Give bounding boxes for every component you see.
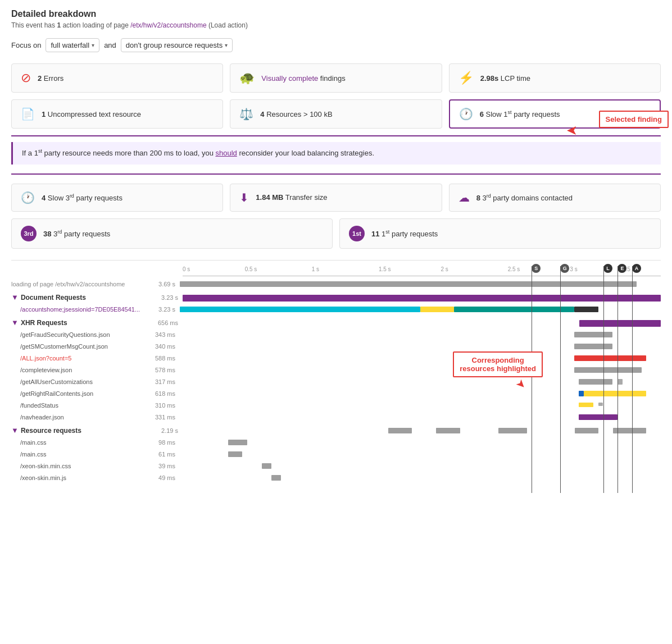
waterfall-ruler: 0 s 0.5 s 1 s 1.5 s 2 s 2.5 s 3 s 3.5 s … — [11, 266, 661, 276]
wf-xhr-rail-time: 618 ms — [149, 390, 180, 397]
findings-row-4: 3rd 38 3rd party requests 1st 11 1st par… — [11, 218, 661, 249]
finding-count: 2 Errors — [38, 74, 63, 83]
finding-first-party-reqs[interactable]: 1st 11 1st party requests — [339, 218, 661, 249]
wf-xhr-funded: /fundedStatus 310 ms — [11, 400, 661, 411]
finding-lcp[interactable]: ⚡ 2.98s LCP time — [449, 63, 661, 93]
cloud-icon: ☁ — [458, 191, 470, 204]
finding-label: Visually complete findings — [261, 74, 345, 83]
error-icon: ⊘ — [21, 71, 31, 85]
wf-xhr-alluser-label[interactable]: /getAllUserCustomizations — [20, 378, 149, 385]
wf-xhr-navheader-label[interactable]: /navheader.json — [20, 414, 149, 421]
findings-row-2: 📄 1 Uncompressed text resource ⚖️ 4 Reso… — [11, 99, 661, 129]
waterfall-dropdown[interactable]: full waterfall ▾ — [46, 38, 99, 52]
wf-res-xeon-css-label[interactable]: /xeon-skin.min.css — [20, 463, 149, 469]
xhr-items-container: Corresponding resources highlighted ➤ /g… — [11, 329, 661, 423]
finding-third-party-reqs[interactable]: 3rd 38 3rd party requests — [11, 218, 333, 249]
wf-xhr-funded-bar — [180, 402, 661, 409]
ruler-tick-0: 0 s — [183, 266, 190, 272]
wf-xhr-fraud: /getFraudSecurityQuestions.json 343 ms — [11, 329, 661, 340]
corresponding-arrow-icon: ➤ — [513, 376, 529, 392]
selected-finding-label: Selected finding — [599, 111, 669, 128]
doc-icon: 📄 — [21, 107, 35, 121]
wf-doc-item-label[interactable]: /accountshome;jsessionid=7DE05E84541... — [20, 306, 149, 313]
grouping-dropdown[interactable]: don't group resource requests ▾ — [121, 38, 233, 52]
wf-res-main-css-2-time: 61 ms — [149, 451, 180, 458]
wf-xhr-navheader: /navheader.json 331 ms — [11, 412, 661, 423]
ruler-tick-1: 1 s — [312, 266, 319, 272]
wf-xhr-fraud-label[interactable]: /getFraudSecurityQuestions.json — [20, 331, 149, 338]
visual-icon: 🐢 — [239, 71, 255, 85]
finding-label: 4 Resources > 100 kB — [260, 110, 332, 118]
wf-res-xeon-css-bar — [180, 463, 661, 469]
wf-xhr-complete: /completeview.json 578 ms — [11, 364, 661, 376]
finding-label: 1.84 MB Transfer size — [256, 193, 327, 202]
finding-uncompressed[interactable]: 📄 1 Uncompressed text resource — [11, 99, 223, 129]
marker-e: E — [617, 264, 626, 273]
wf-xhr-all-label[interactable]: /ALL.json?count=5 — [20, 355, 149, 362]
section-divider-2 — [11, 173, 661, 175]
focus-row: Focus on full waterfall ▾ and don't grou… — [11, 38, 661, 52]
wf-xhr-alluser: /getAllUserCustomizations 317 ms — [11, 376, 661, 387]
finding-resources-large[interactable]: ⚖️ 4 Resources > 100 kB — [230, 99, 442, 129]
wf-resource-group-header[interactable]: ▼ Resource requests 2.19 s — [11, 425, 661, 436]
finding-party-domains[interactable]: ☁ 8 3rd party domains contacted — [449, 184, 661, 212]
wf-resource-group-bar — [183, 427, 661, 434]
doc-group-label: Document Requests — [21, 294, 86, 302]
page-title: Detailed breakdown — [11, 9, 661, 19]
wf-page-time: 3.69 s — [149, 281, 180, 287]
marker-l-line — [603, 266, 604, 493]
wf-doc-item-bar — [180, 306, 661, 313]
wf-res-main-css-2-label[interactable]: /main.css — [20, 451, 149, 458]
marker-e-line — [617, 266, 618, 493]
wf-xhr-sm-label[interactable]: /getSMCustomerMsgCount.json — [20, 343, 149, 350]
marker-a-line — [632, 266, 633, 493]
marker-s: S — [532, 264, 541, 273]
third-badge: 3rd — [21, 226, 37, 241]
wf-xhr-navheader-time: 331 ms — [149, 414, 180, 421]
finding-label: 1 Uncompressed text resource — [42, 110, 141, 118]
findings-row-1: ⊘ 2 Errors 🐢 Visually complete findings … — [11, 63, 661, 93]
download-icon: ⬇ — [239, 191, 249, 204]
finding-lcp-value: 2.98s LCP time — [480, 74, 530, 83]
finding-slow-third-party[interactable]: 🕐 4 Slow 3rd party requests — [11, 184, 223, 212]
finding-transfer-size[interactable]: ⬇ 1.84 MB Transfer size — [230, 184, 442, 212]
xhr-group-label: XHR Requests — [21, 319, 67, 327]
marker-g-line — [560, 266, 561, 493]
ruler-tick-05: 0.5 s — [245, 266, 257, 272]
resource-collapse-icon[interactable]: ▼ — [11, 426, 19, 435]
wf-doc-group-header[interactable]: ▼ Document Requests 3.23 s — [11, 292, 661, 303]
wf-xhr-fraud-time: 343 ms — [149, 331, 180, 338]
ruler-tick-3: 3 s — [570, 266, 577, 272]
xhr-collapse-icon[interactable]: ▼ — [11, 318, 19, 327]
wf-xhr-rail-label[interactable]: /getRightRailContents.json — [20, 390, 149, 397]
wf-res-main-css-1-time: 98 ms — [149, 439, 180, 446]
finding-errors[interactable]: ⊘ 2 Errors — [11, 63, 223, 93]
wf-page-label: loading of page /etx/hw/v2/accountshome — [11, 281, 149, 287]
wf-res-main-css-1-bar — [180, 439, 661, 446]
findings-row-3: 🕐 4 Slow 3rd party requests ⬇ 1.84 MB Tr… — [11, 184, 661, 212]
xhr-group-time: 656 ms — [158, 319, 183, 326]
marker-l: L — [603, 264, 612, 273]
wf-res-xeon-css: /xeon-skin.min.css 39 ms — [11, 460, 661, 472]
corresponding-label: Corresponding resources highlighted — [453, 351, 543, 377]
resource-group-label: Resource requests — [21, 427, 81, 435]
wf-xhr-sm-time: 340 ms — [149, 343, 180, 350]
wf-page-load: loading of page /etx/hw/v2/accountshome … — [11, 278, 661, 290]
doc-collapse-icon[interactable]: ▼ — [11, 293, 19, 302]
wf-xhr-sm-bar — [180, 343, 661, 350]
wf-xhr-group-header[interactable]: ▼ XHR Requests 656 ms — [11, 317, 661, 328]
finding-label: 11 1st party requests — [371, 229, 438, 238]
wf-xhr-complete-time: 578 ms — [149, 367, 180, 373]
ruler-tick-15: 1.5 s — [379, 266, 391, 272]
finding-visually-complete[interactable]: 🐢 Visually complete findings — [230, 63, 442, 93]
wf-res-main-css-1: /main.css 98 ms — [11, 437, 661, 448]
clock-icon: 🕐 — [459, 107, 473, 121]
selected-finding-annotation: Selected finding — [599, 111, 669, 128]
wf-xhr-funded-label[interactable]: /fundedStatus — [20, 402, 149, 409]
selected-arrow-icon: ➤ — [566, 123, 578, 139]
wf-res-xeon-js-label[interactable]: /xeon-skin.min.js — [20, 474, 149, 481]
wf-xhr-all-bar — [180, 355, 661, 362]
wf-res-main-css-2-bar — [180, 451, 661, 458]
wf-xhr-complete-label[interactable]: /completeview.json — [20, 367, 149, 373]
wf-res-main-css-1-label[interactable]: /main.css — [20, 439, 149, 446]
